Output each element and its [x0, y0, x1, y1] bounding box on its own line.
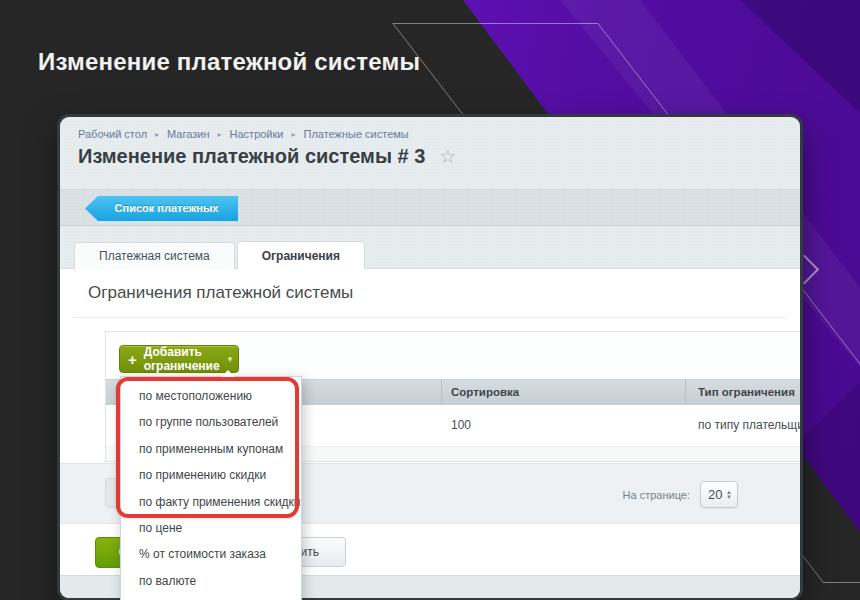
menu-item-coupons[interactable]: по примененным купонам: [121, 436, 301, 462]
tab-restrictions[interactable]: Ограничения: [237, 241, 365, 269]
menu-item-currency[interactable]: по валюте: [121, 568, 301, 594]
chevron-down-icon: ▾: [228, 354, 233, 364]
grid-toolbar: + Добавить ограничение ▾: [106, 332, 800, 379]
column-divider: [441, 380, 442, 406]
cell-restriction-type: по типу плательщик: [698, 418, 800, 432]
dropdown-notch: [221, 370, 235, 377]
context-toolbar: Список платежных систем: [60, 189, 800, 226]
page-title: Изменение платежной системы: [38, 48, 420, 76]
restriction-type-dropdown: по местоположению по группе пользователе…: [120, 376, 302, 600]
menu-item-discount-fact[interactable]: по факту применения скидки: [121, 489, 301, 515]
page-size-label: На странице:: [623, 489, 690, 501]
spinner-arrows-icon: ▲▼: [726, 490, 732, 499]
plus-icon: +: [128, 351, 137, 368]
tab-payment-system[interactable]: Платежная система: [74, 242, 235, 269]
section-heading: Ограничения платежной системы: [88, 283, 353, 303]
divider: [74, 317, 786, 318]
add-restriction-label: Добавить ограничение: [144, 345, 220, 373]
page-size-value: 20: [708, 487, 726, 502]
breadcrumb-separator-icon: ▸: [291, 130, 295, 139]
breadcrumb-item-paysystems[interactable]: Платежные системы: [303, 128, 408, 140]
breadcrumb-separator-icon: ▸: [218, 130, 222, 139]
menu-item-price[interactable]: по цене: [121, 515, 301, 541]
breadcrumb-item-settings[interactable]: Настройки: [230, 128, 284, 140]
panel-page-title: Изменение платежной системы # 3: [78, 145, 425, 168]
add-restriction-button[interactable]: + Добавить ограничение ▾: [119, 345, 239, 373]
breadcrumb-separator-icon: ▸: [155, 130, 159, 139]
menu-item-location[interactable]: по местоположению: [121, 383, 301, 409]
header-sort[interactable]: Сортировка: [451, 386, 519, 398]
screenshot-root: Изменение платежной системы Рабочий стол…: [0, 0, 860, 600]
page-size-select[interactable]: 20 ▲▼: [700, 481, 738, 508]
breadcrumb: Рабочий стол▸Магазин▸Настройки▸Платежные…: [78, 128, 409, 140]
breadcrumb-item-desktop[interactable]: Рабочий стол: [78, 128, 147, 140]
menu-item-user-group[interactable]: по группе пользователей: [121, 409, 301, 435]
breadcrumb-item-shop[interactable]: Магазин: [167, 128, 209, 140]
favorite-star-icon[interactable]: ☆: [439, 147, 456, 166]
tabs-bar: Платежная система Ограничения: [74, 241, 365, 269]
column-divider: [685, 380, 686, 406]
menu-item-order-percent[interactable]: % от стоимости заказа: [121, 541, 301, 567]
header-restriction-type[interactable]: Тип ограничения: [698, 386, 795, 398]
menu-item-discount-apply[interactable]: по применению скидки: [121, 462, 301, 488]
paysystem-list-button[interactable]: Список платежных систем: [85, 196, 238, 221]
cell-sort: 100: [451, 418, 471, 432]
